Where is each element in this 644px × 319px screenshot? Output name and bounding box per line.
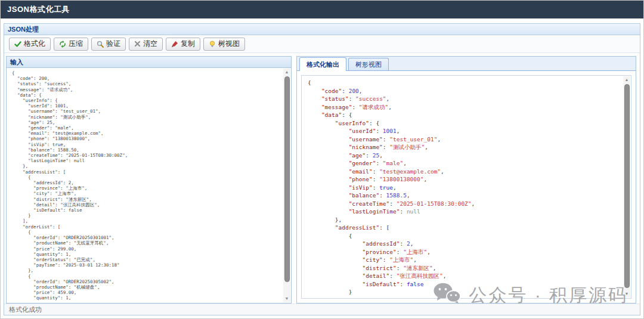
scroll-up-icon[interactable]: ▲ <box>623 76 630 83</box>
clear-icon <box>134 41 141 47</box>
copy-button[interactable]: 复制 <box>166 38 200 51</box>
input-body: { "code": 200, "status": "success", "mes… <box>7 68 291 303</box>
check-icon <box>14 41 21 48</box>
output-tab-body: { "code": 200, "status": "success", "mes… <box>297 71 636 303</box>
output-scrollbar[interactable]: ▲ ▼ <box>623 76 630 298</box>
json-input-textarea[interactable]: { "code": 200, "status": "success", "mes… <box>12 70 283 301</box>
output-box: { "code": 200, "status": "success", "mes… <box>301 75 631 299</box>
tab-formatted-output[interactable]: 格式化输出 <box>299 57 346 71</box>
panel-splitter[interactable] <box>292 56 296 303</box>
input-panel: 输入 { "code": 200, "status": "success", "… <box>6 56 292 303</box>
tab-tree-view[interactable]: 树形视图 <box>348 58 389 70</box>
validate-button[interactable]: 验证 <box>91 38 126 51</box>
app-title: JSON格式化工具 <box>7 4 70 15</box>
scroll-up-icon[interactable]: ▲ <box>283 69 290 76</box>
compress-button[interactable]: 压缩 <box>54 38 88 51</box>
format-button[interactable]: 格式化 <box>9 38 51 51</box>
scroll-down-icon[interactable]: ▼ <box>283 295 290 302</box>
magnifier-icon <box>97 41 104 48</box>
output-code[interactable]: { "code": 200, "status": "success", "mes… <box>308 79 621 297</box>
input-panel-header: 输入 <box>7 57 291 68</box>
app-titlebar: JSON格式化工具 <box>1 1 643 18</box>
copy-brush-icon <box>171 41 178 48</box>
lightbulb-icon <box>209 41 216 48</box>
clear-button[interactable]: 清空 <box>129 38 163 51</box>
scroll-down-icon[interactable]: ▼ <box>623 290 630 298</box>
toolbar: 格式化 压缩 验证 清空 复制 树视图 <box>4 35 640 53</box>
app-window: { "header": { "title": "JSON格式化工具" }, "p… <box>0 0 644 319</box>
output-panel: 格式化输出 树形视图 { "code": 200, "status": "suc… <box>296 56 636 303</box>
status-text: 格式化成功 <box>9 305 42 314</box>
panel-title: JSON处理 <box>8 25 39 34</box>
panel-header: JSON处理 <box>4 24 640 35</box>
json-process-panel: JSON处理 格式化 压缩 验证 清空 复制 树视图 <box>4 23 640 315</box>
input-scroll-thumb[interactable] <box>284 76 290 282</box>
input-panel-title: 输入 <box>10 58 23 67</box>
compress-icon <box>59 41 66 48</box>
treeview-button[interactable]: 树视图 <box>203 38 245 51</box>
input-scrollbar[interactable]: ▲ ▼ <box>283 69 290 302</box>
main-split: 输入 { "code": 200, "status": "success", "… <box>4 53 640 303</box>
output-tabbar: 格式化输出 树形视图 <box>297 57 636 71</box>
output-scroll-thumb[interactable] <box>624 84 630 288</box>
status-bar: 格式化成功 <box>4 303 640 315</box>
